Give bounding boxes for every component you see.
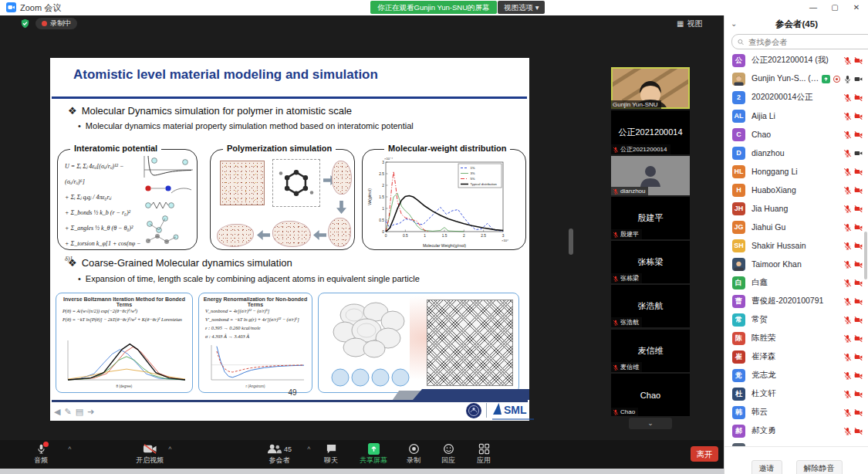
participant-avatar: [732, 73, 745, 86]
video-options-chevron[interactable]: ˄: [168, 445, 172, 452]
thumbnail-name-label: Chao: [611, 408, 638, 416]
video-thumbnail[interactable]: Gunjin Yun-SNU: [611, 67, 690, 109]
share-screen-icon: [368, 443, 380, 455]
participant-status-icons: [843, 149, 863, 157]
close-button[interactable]: ✕: [846, 0, 867, 15]
participant-avatar: D: [732, 147, 745, 160]
thumbnail-name-label: 张栋梁: [611, 273, 642, 283]
polymerization-panel: Polymerization simulation: [210, 149, 355, 250]
stage-scrollbar[interactable]: [569, 229, 573, 255]
audio-options-chevron[interactable]: ˄: [68, 445, 72, 452]
mic-muted-icon: [843, 56, 852, 65]
participant-status-icons: [843, 279, 863, 287]
participants-scrollbar[interactable]: [864, 232, 867, 279]
participants-button[interactable]: 45 参会者: [267, 443, 292, 464]
svg-text:Wt(g/mol): Wt(g/mol): [367, 188, 372, 205]
participant-row[interactable]: 白白鑫: [724, 273, 868, 292]
minimize-button[interactable]: —: [802, 0, 824, 15]
participant-status-icons: [843, 112, 863, 120]
thumbnail-name-label: dianzhou: [611, 187, 648, 195]
apps-button[interactable]: 应用: [477, 443, 491, 464]
bonded-iteration-chart: θ (degree): [60, 337, 188, 392]
mic-muted-icon: [843, 149, 852, 157]
more-thumbnails-button[interactable]: ⌄: [629, 418, 672, 429]
participant-status-icons: [843, 56, 863, 65]
participant-row[interactable]: JHJia Huang: [724, 199, 868, 218]
camera-off-icon: [854, 205, 863, 213]
participant-status-icons: [843, 205, 863, 213]
mw-distribution-chart: 00.511.522.5300.511.522.531%3%5%Typical …: [366, 153, 523, 253]
video-thumbnail[interactable]: 公正2021200014公正2021200014: [611, 110, 690, 154]
stage-view-button[interactable]: ▦ 视图: [677, 18, 702, 29]
camera-off-icon: [854, 56, 863, 65]
camera-off-icon: [854, 353, 863, 361]
start-video-button[interactable]: 开启视频: [136, 443, 164, 464]
leave-meeting-button[interactable]: 离开: [691, 446, 718, 462]
camera-off-icon: [854, 260, 863, 269]
invite-button[interactable]: 邀请: [751, 460, 782, 474]
video-thumbnail[interactable]: dianzhou: [611, 156, 690, 195]
participant-row[interactable]: Ddianzhou: [724, 144, 868, 162]
record-button[interactable]: 录制: [407, 443, 420, 464]
equation-line: + Σᵢ Σⱼ qᵢqⱼ / 4πε₀rᵢⱼ: [65, 190, 144, 205]
participant-row[interactable]: JGJiahui Gu: [724, 218, 868, 236]
security-shield-icon[interactable]: [20, 19, 30, 29]
video-thumbnail[interactable]: 张栋梁张栋梁: [611, 241, 690, 283]
svg-text:θ (degree): θ (degree): [117, 384, 133, 388]
participant-row[interactable]: 韩韩云: [724, 403, 868, 422]
participant-row[interactable]: 常常贺: [724, 310, 868, 329]
mic-muted-icon: [843, 186, 852, 195]
participant-row[interactable]: 曹曹俊超-2020100791: [724, 292, 868, 310]
participant-row[interactable]: 郝郝文勇: [724, 422, 868, 440]
svg-text:2: 2: [463, 234, 465, 238]
participant-row[interactable]: 杜杜文轩: [724, 384, 868, 403]
camera-off-icon: [854, 93, 863, 102]
participant-row[interactable]: SHShakir Hussain: [724, 236, 868, 255]
participant-row[interactable]: ALAijia Li: [724, 107, 868, 125]
chat-button[interactable]: 聊天: [324, 443, 338, 464]
participant-row[interactable]: HHuaboXiang: [724, 181, 868, 199]
participant-row[interactable]: Gunjin Yun-S... (主持人): [724, 69, 868, 88]
polymer-chain-image: [328, 218, 351, 247]
video-thumbnail[interactable]: 麦信维麦信维: [611, 330, 690, 372]
participant-row[interactable]: 崔崔泽森: [724, 347, 868, 366]
search-input[interactable]: [747, 37, 868, 47]
participants-footer: 邀请 解除静音: [724, 446, 868, 474]
participant-status-icons: [843, 408, 863, 417]
unmute-all-button[interactable]: 解除静音: [796, 460, 843, 474]
view-options-button[interactable]: 视图选项 ▾: [498, 1, 545, 14]
participant-row[interactable]: [724, 440, 868, 446]
participant-row[interactable]: 党党志龙: [724, 366, 868, 384]
equation-line: U = Σᵢ Σⱼ 4εᵢⱼ[(σᵢⱼ/rᵢⱼ)¹² − (σᵢⱼ/rᵢⱼ)⁶]: [65, 159, 144, 190]
video-thumbnail[interactable]: ChaoChao: [611, 374, 690, 416]
mic-muted-icon: [843, 168, 852, 176]
participant-status-icons: [843, 168, 863, 176]
video-thumbnail[interactable]: 张浩航张浩航: [611, 285, 690, 327]
participant-row[interactable]: Taimoor Khan: [724, 255, 868, 273]
mic-muted-icon: [843, 130, 852, 139]
video-thumbnail[interactable]: 殷建平殷建平: [611, 197, 690, 239]
participant-row[interactable]: 22020200014公正: [724, 88, 868, 107]
cg-panel2-title: Energy Renormalization for Non-bonded Te…: [199, 296, 312, 307]
shared-screen-slide: Atomistic level material modeling and si…: [50, 58, 529, 421]
collapse-chevron-icon[interactable]: ⌄: [731, 15, 737, 32]
mic-muted-icon: [613, 147, 619, 153]
participant-row[interactable]: HLHonggang Li: [724, 162, 868, 181]
participant-search[interactable]: [731, 34, 868, 49]
panel3-title: Molecular-weight distribution: [384, 144, 510, 153]
asml-caption-line: [492, 418, 534, 420]
participant-row[interactable]: 公公正2021200014 (我): [724, 51, 868, 69]
audio-button[interactable]: 音频: [34, 443, 48, 464]
reactions-button[interactable]: 回应: [441, 443, 455, 464]
participant-name: 2020200014公正: [751, 92, 843, 103]
svg-text:×10⁻⁴: ×10⁻⁴: [384, 157, 393, 161]
equation-line: V_nonbond = 4ε[(σ/r)¹² − (σ/r)⁶]: [205, 306, 299, 315]
bottom-edge-strip: [0, 469, 724, 474]
maximize-button[interactable]: ▢: [824, 0, 846, 15]
participant-row[interactable]: 陈陈胜荣: [724, 329, 868, 347]
share-screen-button[interactable]: 共享屏幕: [360, 443, 387, 464]
camera-off-icon: [854, 297, 863, 306]
participant-row[interactable]: CChao: [724, 125, 868, 144]
footer-line: [52, 400, 528, 402]
participants-options-chevron[interactable]: ˄: [307, 445, 311, 452]
